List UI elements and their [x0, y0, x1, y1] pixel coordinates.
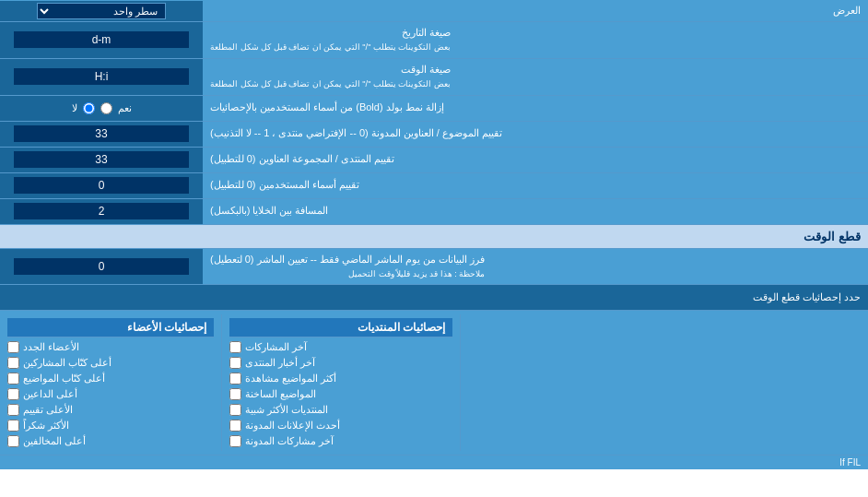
- users-sort-input[interactable]: 0: [14, 177, 190, 194]
- cb-top-topic-writers[interactable]: [7, 373, 19, 385]
- time-format-label: صيغة الوقتبعض التكوينات يتطلب "/" التي ي…: [203, 59, 868, 95]
- cb-last-news[interactable]: [229, 357, 241, 369]
- display-select[interactable]: سطر واحد سطرين ثلاثة أسطر: [37, 3, 166, 19]
- topic-sort-input[interactable]: 33: [14, 125, 190, 142]
- forum-sort-input[interactable]: 33: [14, 151, 190, 168]
- col1-header: إحصائيات المنتديات: [229, 318, 452, 337]
- list-item: أكثر المواضيع مشاهدة: [229, 373, 452, 385]
- cutoff-input[interactable]: 0: [14, 258, 190, 275]
- stats-cutoff-label: حدد إحصائيات قطع الوقت: [0, 288, 868, 307]
- cb-last-blog-posts[interactable]: [229, 435, 241, 447]
- bold-no-label: لا: [72, 102, 77, 114]
- hint-text: If FIL: [0, 455, 868, 469]
- checkboxes-area: إحصائيات المنتديات آخر المشاركات آخر أخب…: [0, 311, 868, 455]
- list-item: أعلى كتّاب المواضيع: [7, 373, 214, 385]
- col2-header: إحصائيات الأعضاء: [7, 318, 214, 337]
- cb-top-posters[interactable]: [7, 357, 19, 369]
- cell-spacing-input[interactable]: 2: [14, 203, 190, 219]
- list-item: أعلى المخالفين: [7, 435, 214, 447]
- cb-most-viewed[interactable]: [229, 373, 241, 385]
- list-item: المواضيع الساخنة: [229, 388, 452, 400]
- bold-remove-label: إزالة نمط بولد (Bold) من أسماء المستخدمي…: [203, 96, 868, 121]
- forum-sort-label: تقييم المنتدى / المجموعة العناوين (0 للت…: [203, 148, 868, 172]
- bold-yes-label: نعم: [118, 102, 132, 114]
- cb-new-members[interactable]: [7, 341, 19, 353]
- list-item: الأعضاء الجدد: [7, 341, 214, 353]
- cb-most-thanked[interactable]: [7, 420, 19, 432]
- list-item: أحدث الإعلانات المدونة: [229, 420, 452, 432]
- cutoff-section-header: قطع الوقت: [0, 225, 868, 249]
- list-item: الأكثر شكراً: [7, 420, 214, 432]
- date-format-input[interactable]: d-m: [14, 31, 190, 48]
- cb-last-posts[interactable]: [229, 341, 241, 353]
- cutoff-label: فرز البيانات من يوم الماشر الماضي فقط --…: [203, 249, 868, 285]
- header-label: العرض: [203, 2, 868, 19]
- bold-radio-group: نعم لا: [65, 101, 139, 116]
- list-item: الأعلى تقييم: [7, 404, 214, 416]
- topic-sort-label: تقييم الموضوع / العناوين المدونة (0 -- ا…: [203, 122, 868, 147]
- cb-most-popular-forums[interactable]: [229, 404, 241, 416]
- users-sort-label: تقييم أسماء المستخدمين (0 للتطبيل): [203, 173, 868, 198]
- bold-no-radio[interactable]: [83, 102, 95, 114]
- list-item: المنتديات الأكثر شبية: [229, 404, 452, 416]
- time-format-input[interactable]: H:i: [14, 68, 190, 85]
- list-item: أعلى كتّاب المشاركين: [7, 357, 214, 369]
- list-item: آخر أخبار المنتدى: [229, 357, 452, 369]
- cell-spacing-label: المسافة بين الخلايا (بالبكسل): [203, 199, 868, 224]
- cb-hot-topics[interactable]: [229, 388, 241, 400]
- list-item: أعلى الداعين: [7, 388, 214, 400]
- list-item: آخر المشاركات: [229, 341, 452, 353]
- cb-top-inviters[interactable]: [7, 388, 19, 400]
- date-format-label: صيغة التاريخبعض التكوينات يتطلب "/" التي…: [203, 22, 868, 58]
- cb-latest-announcements[interactable]: [229, 420, 241, 432]
- cb-top-rated[interactable]: [7, 404, 19, 416]
- cb-top-violators[interactable]: [7, 435, 19, 447]
- bold-yes-radio[interactable]: [100, 102, 112, 114]
- list-item: آخر مشاركات المدونة: [229, 435, 452, 447]
